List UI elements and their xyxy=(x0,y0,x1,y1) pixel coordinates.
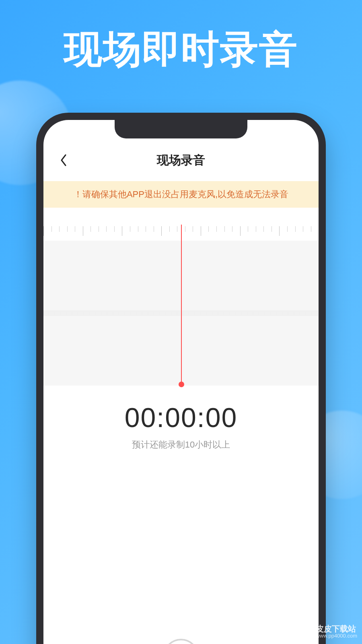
waveform-area[interactable] xyxy=(43,225,319,386)
watermark-name: 皮皮下载站 xyxy=(316,624,357,633)
phone-screen: 现场录音 ！请确保其他APP退出没占用麦克风,以免造成无法录音 xyxy=(43,120,319,644)
back-button[interactable] xyxy=(56,152,72,168)
phone-mockup: 现场录音 ！请确保其他APP退出没占用麦克风,以免造成无法录音 xyxy=(36,113,326,644)
page-title: 现场录音 xyxy=(157,152,205,169)
watermark-url: www.pp4000.com xyxy=(316,633,357,639)
hero-title: 现场即时录音 xyxy=(0,24,362,76)
watermark-text: 皮皮下载站 www.pp4000.com xyxy=(316,624,357,639)
watermark-logo: P xyxy=(295,623,312,640)
chevron-left-icon xyxy=(60,154,67,166)
timer-block: 00:00:00 预计还能录制10小时以上 xyxy=(43,402,319,451)
phone-notch xyxy=(115,120,247,138)
action-row: ? ◎ xyxy=(43,633,319,644)
warning-banner: ！请确保其他APP退出没占用麦克风,以免造成无法录音 xyxy=(43,181,319,208)
watermark: P 皮皮下载站 www.pp4000.com xyxy=(295,623,357,640)
playhead-indicator[interactable] xyxy=(181,225,182,385)
estimate-text: 预计还能录制10小时以上 xyxy=(43,439,319,451)
record-button[interactable] xyxy=(163,639,199,644)
timer-display: 00:00:00 xyxy=(43,402,319,433)
app-header: 现场录音 xyxy=(43,148,319,172)
